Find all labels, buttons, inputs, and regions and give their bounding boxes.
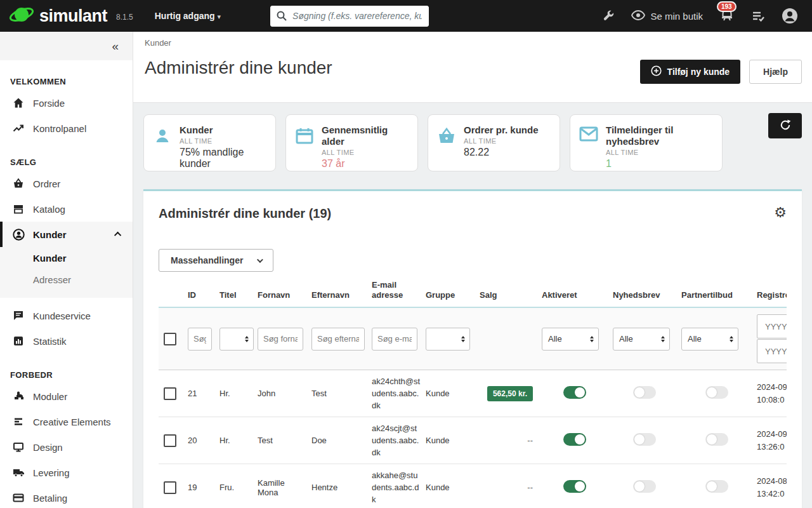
filter-gruppe-select[interactable]	[426, 328, 470, 351]
select-all-checkbox[interactable]	[164, 333, 176, 345]
partner-toggle[interactable]	[705, 433, 728, 446]
chevron-down-icon	[257, 257, 263, 263]
search-input[interactable]	[270, 6, 429, 27]
sidebar-item-moduler[interactable]: Moduler	[0, 384, 133, 409]
col-titel[interactable]: Titel	[217, 276, 255, 307]
orders-list-check-icon[interactable]	[751, 10, 765, 22]
cell-fornavn: Test	[255, 417, 309, 464]
notification-count-badge: 193	[717, 1, 737, 12]
filter-aktiveret-select[interactable]: Alle	[542, 328, 599, 351]
newsletter-toggle[interactable]	[633, 480, 656, 493]
view-shop-link[interactable]: Se min butik	[631, 10, 703, 22]
col-email[interactable]: E-mail adresse	[369, 276, 423, 307]
kpi-card-customers: Kunder ALL TIME 75% mandlige kunder	[143, 114, 276, 171]
filter-nyhedsbrev-select[interactable]: Alle	[613, 328, 670, 351]
kpi-card-newsletter: Tilmeldinger til nyhedsbrev ALL TIME 1	[570, 114, 723, 171]
chevron-up-icon	[114, 232, 121, 239]
notifications-button[interactable]: 193	[719, 7, 735, 25]
cell-reg-time: 13:42:0	[757, 489, 784, 498]
sidebar-item-ordrer[interactable]: Ordrer	[0, 171, 133, 196]
person-circle-icon	[12, 229, 25, 241]
kpi-value: 37 år	[322, 158, 410, 170]
kpi-period: ALL TIME	[464, 137, 552, 145]
app-logo[interactable]: simulant	[0, 4, 107, 27]
row-checkbox[interactable]	[164, 434, 176, 447]
col-partnertilbud[interactable]: Partnertilbud	[679, 276, 754, 307]
gear-icon[interactable]: ⚙	[774, 206, 787, 219]
cell-id: 19	[185, 464, 217, 508]
sidebar-collapse-button[interactable]: «	[112, 39, 119, 53]
add-customer-button[interactable]: Tilføj ny kunde	[640, 60, 741, 84]
kpi-period: ALL TIME	[606, 149, 714, 156]
puzzle-icon	[12, 391, 25, 402]
filter-date-to-input[interactable]	[757, 339, 787, 363]
table-row[interactable]: 19 Fru. Kamille Mona Hentze akkahe@stude…	[159, 464, 787, 508]
sidebar-item-kunder[interactable]: Kunder	[0, 222, 133, 247]
active-toggle[interactable]	[563, 386, 586, 399]
partner-toggle[interactable]	[705, 386, 728, 399]
sidebar-item-katalog[interactable]: Katalog	[0, 196, 133, 222]
help-button[interactable]: Hjælp	[749, 60, 802, 84]
active-toggle[interactable]	[563, 433, 586, 446]
kpi-title: Ordrer pr. kunde	[464, 124, 552, 136]
col-aktiveret[interactable]: Aktiveret	[539, 276, 610, 307]
select-arrows-icon	[590, 336, 594, 342]
filter-date-from-input[interactable]	[757, 314, 787, 338]
col-id[interactable]: ID	[185, 276, 217, 307]
cell-gruppe: Kunde	[423, 464, 477, 508]
logo-text: simulant	[39, 6, 107, 26]
refresh-button[interactable]	[768, 113, 802, 138]
chevron-down-icon: ▾	[218, 13, 221, 20]
filter-titel-select[interactable]	[219, 328, 254, 351]
filter-efternavn-input[interactable]	[311, 328, 365, 351]
account-avatar-icon[interactable]	[782, 8, 798, 24]
col-nyhedsbrev[interactable]: Nyhedsbrev	[610, 276, 679, 307]
cell-efternavn: Doe	[309, 417, 369, 464]
active-toggle[interactable]	[563, 480, 586, 493]
sidebar-item-design[interactable]: Design	[0, 434, 133, 460]
envelope-icon	[579, 126, 598, 144]
partner-toggle[interactable]	[705, 480, 728, 493]
filter-fornavn-input[interactable]	[258, 328, 303, 351]
sidebar-item-kontrolpanel[interactable]: Kontrolpanel	[0, 116, 133, 141]
sidebar-heading-velkommen: VELKOMMEN	[0, 60, 133, 90]
monitor-icon	[12, 441, 25, 453]
col-gruppe[interactable]: Gruppe	[423, 276, 477, 307]
cell-id: 21	[185, 370, 217, 417]
col-registrering[interactable]: Registrering	[754, 276, 787, 307]
sidebar-item-statistik[interactable]: Statistik	[0, 328, 133, 354]
select-arrows-icon	[661, 336, 665, 342]
newsletter-toggle[interactable]	[633, 386, 656, 399]
filter-partnertilbud-select[interactable]: Alle	[681, 328, 738, 351]
col-fornavn[interactable]: Fornavn	[255, 276, 309, 307]
sidebar-item-levering[interactable]: Levering	[0, 460, 133, 485]
breadcrumb[interactable]: Kunder	[145, 38, 802, 48]
sidebar-item-betaling[interactable]: Betaling	[0, 485, 133, 508]
debug-wrench-icon[interactable]	[602, 10, 615, 22]
sidebar-subitem-kunder[interactable]: Kunder	[0, 247, 133, 269]
cell-email: ak24chth@students.aabc.dk	[369, 370, 423, 417]
sidebar-item-kundeservice[interactable]: Kundeservice	[0, 303, 133, 328]
sidebar-heading-forbedr: FORBEDR	[0, 354, 133, 384]
sidebar-item-creative-elements[interactable]: Creative Elements	[0, 409, 133, 434]
filter-row: Alle Alle Alle	[159, 307, 787, 370]
kpi-period: ALL TIME	[322, 149, 410, 156]
sidebar-subitem-adresser[interactable]: Adresser	[0, 269, 133, 290]
sidebar-heading-saelg: SÆLG	[0, 141, 133, 171]
row-checkbox[interactable]	[164, 387, 176, 400]
bulk-actions-button[interactable]: Massehandlinger	[159, 249, 273, 272]
col-salg[interactable]: Salg	[477, 276, 539, 307]
row-checkbox[interactable]	[164, 481, 176, 494]
table-row[interactable]: 21 Hr. John Test ak24chth@students.aabc.…	[159, 370, 787, 417]
version-label: 8.1.5	[116, 13, 133, 22]
sidebar-item-forside[interactable]: Forside	[0, 90, 133, 116]
kpi-period: ALL TIME	[180, 137, 268, 145]
filter-id-input[interactable]	[188, 328, 212, 351]
sidebar-collapse-row: «	[0, 32, 133, 60]
col-efternavn[interactable]: Efternavn	[309, 276, 369, 307]
filter-email-input[interactable]	[372, 328, 417, 351]
newsletter-toggle[interactable]	[633, 433, 656, 446]
quick-access-menu[interactable]: Hurtig adgang ▾	[155, 11, 221, 21]
table-row[interactable]: 20 Hr. Test Doe ak24scjt@students.aabc.d…	[159, 417, 787, 464]
cell-id: 20	[185, 417, 217, 464]
